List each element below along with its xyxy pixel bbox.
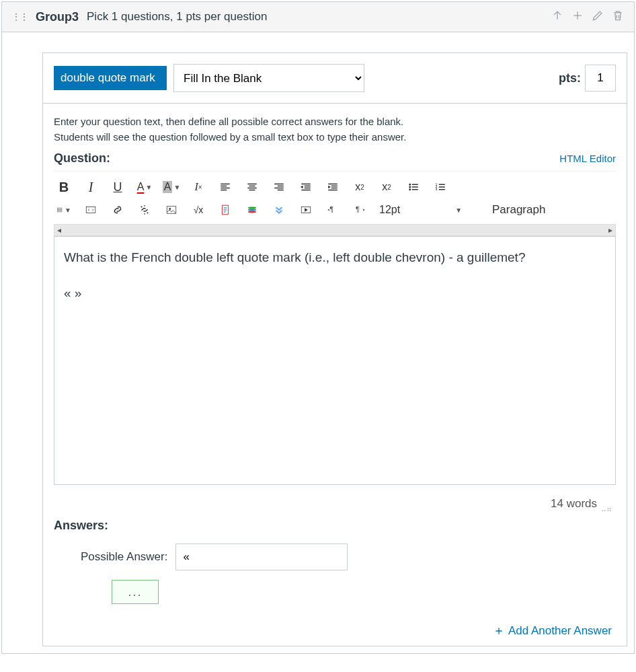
text-color-button[interactable]: A▼ [137, 180, 152, 194]
answer-row: Possible Answer: [81, 544, 616, 570]
svg-text:¶: ¶ [330, 205, 334, 213]
answer-feedback-button[interactable]: ... [112, 580, 159, 604]
instructions: Enter your question text, then define al… [54, 114, 616, 145]
font-size-select[interactable]: 12pt▼ [379, 204, 467, 216]
books-icon[interactable] [245, 202, 260, 217]
document-button[interactable] [218, 202, 233, 217]
subscript-button[interactable]: x2 [379, 180, 394, 194]
pts-label: pts: [559, 71, 581, 85]
editor-toolbar: B I U A▼ A▼ I× x2 x2 123 ▼ [54, 171, 616, 236]
bg-color-button[interactable]: A▼ [164, 180, 179, 194]
clear-formatting-button[interactable]: I× [191, 180, 206, 194]
add-another-answer-link[interactable]: Add Another Answer [493, 624, 612, 638]
group-subtitle: Pick 1 questions, 1 pts per question [87, 10, 267, 24]
group-actions [551, 9, 625, 25]
svg-point-1 [409, 186, 411, 188]
chevron-down-double-icon[interactable] [272, 202, 286, 217]
rtl-button[interactable]: ¶ [352, 202, 367, 217]
pencil-icon[interactable] [591, 9, 604, 25]
possible-answer-label: Possible Answer: [81, 550, 167, 564]
drag-handle-icon[interactable]: ⋮⋮ [11, 11, 28, 22]
word-count: 14 words⣀⣤ [54, 497, 612, 512]
equation-button[interactable]: √x [191, 202, 206, 217]
plus-icon [493, 626, 504, 636]
scroll-left-icon[interactable]: ◂ [57, 225, 61, 235]
image-button[interactable] [164, 202, 179, 217]
underline-button[interactable]: U [110, 180, 125, 194]
pts-input[interactable] [585, 65, 616, 91]
scroll-right-icon[interactable]: ▸ [608, 225, 612, 235]
html-editor-link[interactable]: HTML Editor [559, 153, 616, 164]
unlink-button[interactable] [137, 202, 152, 217]
question-name-input[interactable] [54, 66, 167, 90]
svg-rect-6 [57, 208, 62, 212]
svg-text:¶: ¶ [356, 205, 360, 213]
svg-rect-7 [86, 207, 95, 213]
indent-button[interactable] [325, 180, 340, 194]
paragraph-style-select[interactable]: Paragraph [492, 203, 545, 217]
numbered-list-button[interactable]: 123 [433, 180, 448, 194]
question-type-select[interactable]: Fill In the Blank [173, 64, 364, 92]
link-button[interactable] [110, 202, 125, 217]
video-button[interactable] [299, 202, 313, 217]
svg-point-0 [409, 184, 411, 186]
trash-icon[interactable] [611, 9, 625, 25]
ltr-button[interactable]: ¶ [325, 202, 340, 217]
superscript-button[interactable]: x2 [352, 180, 367, 194]
bold-button[interactable]: B [56, 180, 71, 194]
resize-grip-icon[interactable]: ⣀⣤ [601, 503, 612, 511]
toolbar-scrollbar[interactable]: ◂ ▸ [54, 224, 616, 236]
bullet-list-button[interactable] [406, 180, 421, 194]
align-center-button[interactable] [245, 180, 260, 194]
align-right-button[interactable] [272, 180, 286, 194]
arrow-up-icon[interactable] [551, 9, 564, 25]
question-editor: Fill In the Blank pts: Enter your questi… [42, 52, 627, 646]
answers-label: Answers: [54, 519, 616, 533]
group-title: Group3 [36, 10, 79, 24]
group-header: ⋮⋮ Group3 Pick 1 questions, 1 pts per qu… [2, 2, 634, 32]
question-label: Question: [54, 151, 110, 165]
svg-text:3: 3 [436, 187, 438, 191]
possible-answer-input[interactable] [175, 544, 348, 570]
align-left-button[interactable] [218, 180, 233, 194]
question-top-row: Fill In the Blank pts: [43, 53, 627, 104]
italic-button[interactable]: I [83, 180, 98, 194]
svg-point-9 [169, 208, 171, 209]
plus-icon[interactable] [571, 9, 584, 25]
svg-point-2 [409, 189, 411, 190]
table-button[interactable]: ▼ [56, 202, 71, 217]
embed-button[interactable] [83, 202, 98, 217]
rich-text-editor[interactable]: What is the French double left quote mar… [54, 236, 616, 485]
outdent-button[interactable] [299, 180, 313, 194]
